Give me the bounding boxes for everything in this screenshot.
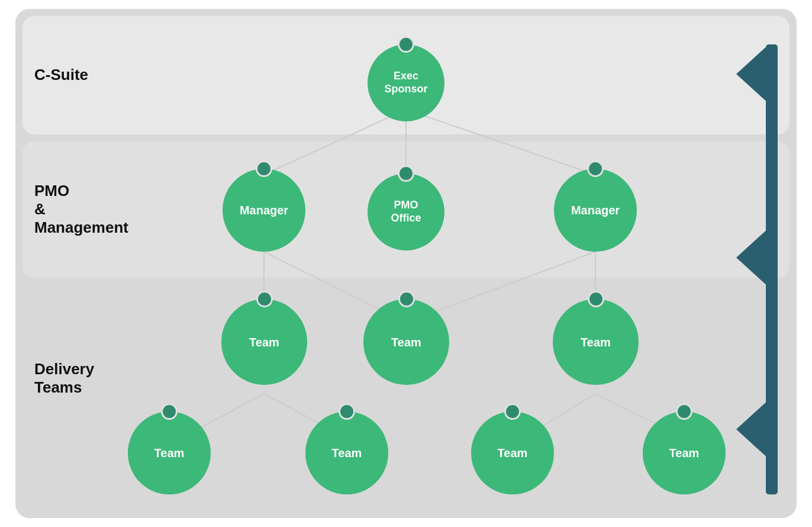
team-bot-1-node: Team (128, 412, 211, 494)
svg-marker-12 (736, 44, 769, 104)
manager-left-node: Manager (223, 169, 305, 252)
diagram-wrapper: C-Suite PMO & Management Delivery Teams (15, 9, 797, 518)
exec-sponsor-node: ExecSponsor (368, 44, 444, 121)
pmo-label: PMO & Management (34, 182, 128, 237)
team-bot-3-node: Team (471, 412, 554, 494)
team-top-mid-node: Team (363, 299, 449, 385)
svg-marker-14 (736, 400, 769, 459)
team-bot-4-node: Team (643, 412, 726, 494)
pmo-office-node: PMOOffice (368, 173, 444, 250)
svg-marker-13 (736, 228, 769, 287)
team-top-right-node: Team (553, 299, 639, 385)
delivery-label: Delivery Teams (34, 360, 94, 397)
feedback-arrows (736, 38, 784, 500)
team-top-left-node: Team (221, 299, 307, 385)
manager-right-node: Manager (554, 169, 637, 252)
team-bot-2-node: Team (305, 412, 388, 494)
csuite-label: C-Suite (34, 66, 88, 84)
